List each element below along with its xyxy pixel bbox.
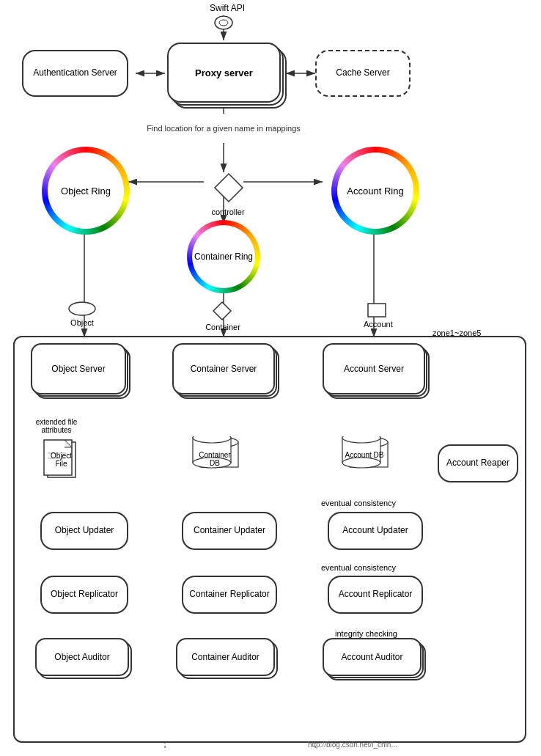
auth-server-node: Authentication Server bbox=[22, 50, 128, 97]
controller-diamond: controller bbox=[213, 172, 244, 205]
container-ring-node: Container Ring bbox=[187, 220, 260, 293]
controller-label: controller bbox=[206, 208, 250, 216]
object-icon: Object bbox=[67, 301, 97, 319]
account-db-icon: Account DB bbox=[339, 436, 397, 477]
eventual-consistency-2-label: eventual consistency bbox=[321, 563, 396, 572]
object-file-label: Object File bbox=[45, 452, 78, 468]
container-replicator-node: Container Replicator bbox=[182, 576, 277, 614]
svg-point-32 bbox=[69, 302, 95, 315]
svg-rect-34 bbox=[368, 304, 386, 317]
object-updater-node: Object Updater bbox=[40, 512, 128, 550]
container-ring-label: Container Ring bbox=[194, 252, 253, 262]
proxy-server-label: Proxy server bbox=[195, 67, 253, 78]
container-icon-label: Container bbox=[205, 323, 241, 331]
object-ring-label: Object Ring bbox=[61, 186, 111, 197]
account-updater-node: Account Updater bbox=[328, 512, 423, 550]
object-icon-label: Object bbox=[67, 318, 97, 327]
find-location-label: Find location for a given name in mappin… bbox=[147, 114, 301, 143]
object-auditor-label: Object Auditor bbox=[54, 652, 109, 662]
container-server-label: Container Server bbox=[191, 364, 257, 374]
extended-file-label: extended file attributes bbox=[23, 418, 89, 434]
zone-label: zone1~zone5 bbox=[433, 329, 481, 337]
svg-point-48 bbox=[342, 458, 380, 468]
cache-server-node: Cache Server bbox=[315, 50, 411, 97]
container-icon: Container bbox=[212, 301, 232, 323]
svg-marker-33 bbox=[213, 302, 231, 320]
container-db-icon: Container DB bbox=[189, 436, 248, 477]
object-ring-node: Object Ring bbox=[42, 147, 130, 235]
container-auditor-label: Container Auditor bbox=[191, 652, 260, 662]
account-server-label: Account Server bbox=[344, 364, 404, 374]
object-file-icon: Object File bbox=[40, 438, 81, 483]
svg-marker-31 bbox=[215, 174, 243, 202]
container-db-label: Container DB bbox=[193, 451, 237, 467]
account-auditor-label: Account Auditor bbox=[341, 652, 402, 662]
account-replicator-node: Account Replicator bbox=[328, 576, 423, 614]
account-icon: Account bbox=[367, 302, 387, 320]
account-icon-label: Account bbox=[364, 320, 391, 329]
container-updater-node: Container Updater bbox=[182, 512, 277, 550]
account-ring-label: Account Ring bbox=[347, 186, 403, 197]
swift-api-icon bbox=[213, 13, 235, 32]
diagram: Swift API Authentication Server Proxy se… bbox=[0, 0, 541, 756]
account-ring-node: Account Ring bbox=[331, 147, 419, 235]
watermark: http://blog.csdn.net/l_chin... bbox=[308, 741, 397, 749]
eventual-consistency-1-label: eventual consistency bbox=[321, 499, 396, 507]
object-replicator-node: Object Replicator bbox=[40, 576, 128, 614]
object-server-label: Object Server bbox=[51, 364, 105, 374]
account-db-label: Account DB bbox=[342, 451, 386, 459]
account-reaper-node: Account Reaper bbox=[438, 444, 518, 482]
svg-point-29 bbox=[215, 16, 232, 29]
integrity-checking-label: integrity checking bbox=[335, 629, 397, 638]
